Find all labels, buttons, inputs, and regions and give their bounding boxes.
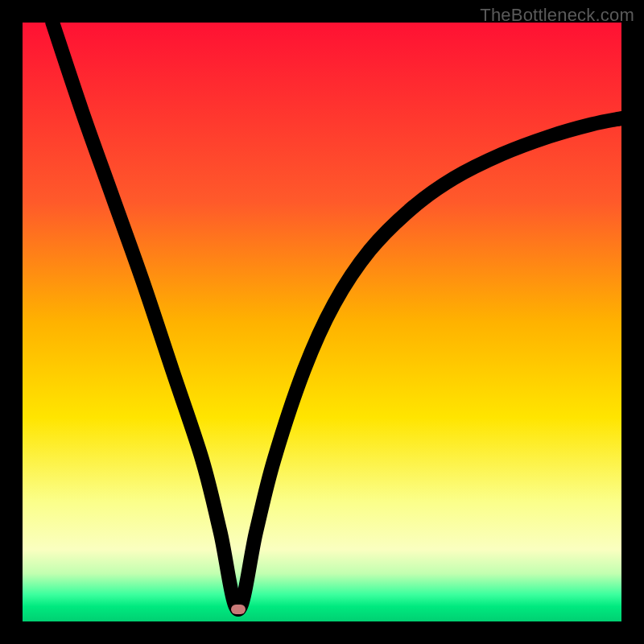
optimum-marker — [231, 605, 246, 614]
plot-area — [23, 23, 621, 621]
watermark-text: TheBottleneck.com — [480, 5, 634, 26]
bottleneck-curve — [52, 23, 621, 609]
curve-layer — [23, 23, 621, 621]
chart-frame: TheBottleneck.com — [0, 0, 644, 644]
